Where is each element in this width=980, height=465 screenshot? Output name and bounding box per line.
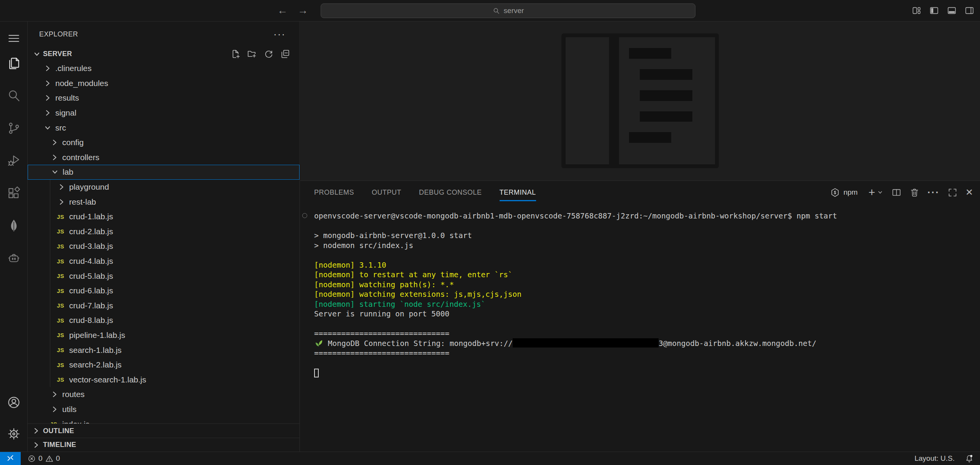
collapse-folders-icon[interactable] <box>280 49 290 59</box>
vscode-window: ← → server <box>0 0 980 465</box>
customize-layout-icon[interactable] <box>911 5 922 16</box>
tree-item-label: controllers <box>62 153 99 162</box>
js-file-icon: JS <box>57 362 68 368</box>
tree-item-index.js[interactable]: JSindex.js <box>28 417 300 424</box>
js-file-icon: JS <box>50 421 61 424</box>
command-center-search[interactable]: server <box>321 3 695 18</box>
tree-item-search-2.lab.js[interactable]: JSsearch-2.lab.js <box>28 357 300 372</box>
error-count: 0 <box>38 454 43 463</box>
terminal-line: Server is running on port 5000 <box>314 309 976 319</box>
tree-item-label: search-2.lab.js <box>69 360 122 369</box>
split-terminal-icon[interactable] <box>891 187 902 198</box>
kill-terminal-trash-icon[interactable] <box>909 187 920 198</box>
explorer-more-actions-icon[interactable]: ··· <box>273 32 286 36</box>
tree-item-node_modules[interactable]: node_modules <box>28 76 300 91</box>
new-folder-icon[interactable] <box>247 49 257 59</box>
search-icon <box>492 7 500 15</box>
remote-icon <box>6 454 15 463</box>
tree-item-crud-5.lab.js[interactable]: JScrud-5.lab.js <box>28 268 300 283</box>
menu-icon[interactable] <box>0 28 28 49</box>
chevron-right-icon <box>50 405 59 414</box>
tree-item-crud-7.lab.js[interactable]: JScrud-7.lab.js <box>28 298 300 313</box>
tree-item-controllers[interactable]: controllers <box>28 150 300 165</box>
folder-chevron <box>43 64 55 73</box>
extensions-icon[interactable] <box>0 182 28 204</box>
toggle-primary-sidebar-icon[interactable] <box>929 5 939 16</box>
section-header-outline[interactable]: OUTLINE <box>28 424 300 438</box>
chevron-right-icon <box>43 93 52 103</box>
section-label: SERVER <box>43 50 72 58</box>
terminal-dropdown-icon[interactable] <box>877 189 884 196</box>
new-terminal-icon[interactable]: + <box>868 189 875 196</box>
tree-item-vector-search-1.lab.js[interactable]: JSvector-search-1.lab.js <box>28 372 300 387</box>
sidebar-header: EXPLORER ··· <box>28 22 300 47</box>
tree-item-config[interactable]: config <box>28 135 300 150</box>
tree-item-crud-3.lab.js[interactable]: JScrud-3.lab.js <box>28 239 300 254</box>
section-header-server[interactable]: SERVER <box>28 47 300 61</box>
run-and-debug-icon[interactable] <box>0 150 28 171</box>
tree-item-crud-6.lab.js[interactable]: JScrud-6.lab.js <box>28 283 300 298</box>
tree-item-results[interactable]: results <box>28 91 300 106</box>
cline-robot-icon[interactable] <box>0 247 28 269</box>
tree-item-crud-2.lab.js[interactable]: JScrud-2.lab.js <box>28 224 300 239</box>
tree-item-crud-1.lab.js[interactable]: JScrud-1.lab.js <box>28 209 300 224</box>
tree-item-utils[interactable]: utils <box>28 402 300 417</box>
status-bar: 0 0 Layout: U.S. <box>0 452 980 465</box>
tree-item-pipeline-1.lab.js[interactable]: JSpipeline-1.lab.js <box>28 328 300 343</box>
toggle-secondary-sidebar-icon[interactable] <box>964 5 975 16</box>
js-file-icon: JS <box>57 332 68 338</box>
folder-chevron <box>57 182 68 192</box>
mongodb-icon[interactable] <box>0 215 28 236</box>
tree-item-label: src <box>55 123 66 132</box>
tree-item-routes[interactable]: routes <box>28 387 300 402</box>
terminal-output[interactable]: openvscode-server@vscode-mongodb-airbnb1… <box>314 211 976 378</box>
search-view-icon[interactable] <box>0 85 28 106</box>
panel-tab-output[interactable]: OUTPUT <box>372 181 401 204</box>
source-control-icon[interactable] <box>0 117 28 139</box>
maximize-panel-icon[interactable] <box>947 187 958 198</box>
remote-indicator[interactable] <box>0 452 21 465</box>
terminal-cursor <box>314 369 319 377</box>
tree-item-crud-8.lab.js[interactable]: JScrud-8.lab.js <box>28 313 300 328</box>
terminal-line: openvscode-server@vscode-mongodb-airbnb1… <box>314 211 976 221</box>
tree-item-rest-lab[interactable]: rest-lab <box>28 194 300 209</box>
editor-area <box>300 22 980 180</box>
navigate-forward-button[interactable]: → <box>298 5 308 17</box>
more-actions-icon[interactable]: ··· <box>927 190 940 194</box>
new-file-icon[interactable] <box>230 49 241 59</box>
tree-item-.clinerules[interactable]: .clinerules <box>28 61 300 76</box>
chevron-down-icon <box>32 50 41 59</box>
navigate-back-button[interactable]: ← <box>277 5 288 17</box>
tree-item-src[interactable]: src <box>28 120 300 135</box>
close-panel-icon[interactable]: ✕ <box>965 187 973 198</box>
panel-tab-terminal[interactable]: TERMINAL <box>500 181 536 204</box>
terminal-line: [nodemon] watching extensions: js,mjs,cj… <box>314 290 976 300</box>
tree-item-signal[interactable]: signal <box>28 106 300 121</box>
problems-status[interactable]: 0 0 <box>28 454 60 463</box>
watermark-left-panel <box>566 37 609 164</box>
tree-item-crud-4.lab.js[interactable]: JScrud-4.lab.js <box>28 254 300 269</box>
tree-item-playground[interactable]: playground <box>28 180 300 195</box>
activity-bar <box>0 22 28 452</box>
refresh-icon[interactable] <box>263 49 274 59</box>
panel-tab-debug-console[interactable]: DEBUG CONSOLE <box>419 181 482 204</box>
accounts-icon[interactable] <box>0 392 28 413</box>
notifications-bell-icon[interactable] <box>965 454 974 463</box>
terminal-line: ============================== <box>314 348 976 358</box>
tree-item-lab[interactable]: lab <box>28 165 300 180</box>
terminal-line: > mongodb-airbnb-server@1.0.0 start <box>314 231 976 241</box>
toggle-panel-icon[interactable] <box>947 5 957 16</box>
panel-tab-problems[interactable]: PROBLEMS <box>314 181 354 204</box>
settings-gear-icon[interactable] <box>0 423 28 445</box>
folder-chevron <box>50 405 61 414</box>
tree-item-search-1.lab.js[interactable]: JSsearch-1.lab.js <box>28 343 300 357</box>
chevron-right-icon <box>43 79 52 88</box>
terminal-instance-npm[interactable]: npm <box>830 187 858 198</box>
terminal-line: [nodemon] starting `node src/index.js` <box>314 300 976 309</box>
explorer-icon[interactable] <box>0 53 28 74</box>
tree-item-label: pipeline-1.lab.js <box>69 331 125 340</box>
keyboard-layout-status[interactable]: Layout: U.S. <box>914 454 955 463</box>
explorer-sidebar: EXPLORER ··· SERVER .clinerulesnode_modu… <box>28 22 300 452</box>
section-header-timeline[interactable]: TIMELINE <box>28 438 300 452</box>
sidebar-title: EXPLORER <box>39 30 78 38</box>
